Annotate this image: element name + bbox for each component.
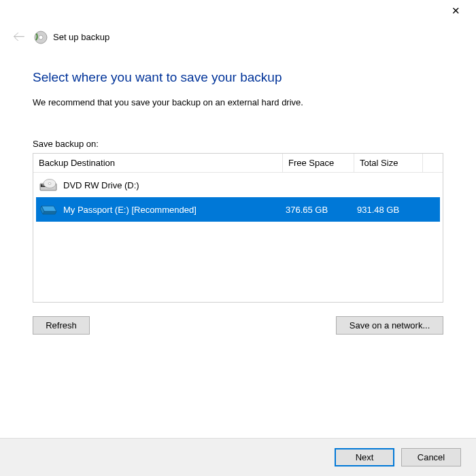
table-row[interactable]: DVD DVD RW Drive (D:) <box>33 173 443 197</box>
external-drive-icon <box>39 203 58 216</box>
next-button[interactable]: Next <box>335 448 394 466</box>
back-arrow-icon[interactable]: 🡠 <box>11 30 27 44</box>
drive-table: Backup Destination Free Space Total Size… <box>33 153 443 303</box>
page-heading: Select where you want to save your backu… <box>33 70 443 85</box>
table-header: Backup Destination Free Space Total Size <box>33 154 443 173</box>
svg-point-6 <box>48 183 51 185</box>
table-row[interactable]: My Passport (E:) [Recommended] 376.65 GB… <box>36 197 440 222</box>
recommendation-text: We recommend that you save your backup o… <box>33 97 443 107</box>
close-icon[interactable]: ✕ <box>445 4 466 20</box>
content-area: Select where you want to save your backu… <box>0 52 476 438</box>
backup-icon <box>34 31 48 44</box>
table-button-row: Refresh Save on a network... <box>33 316 443 335</box>
titlebar: ✕ <box>0 0 476 30</box>
wizard-window: ✕ 🡠 Set up backup Select where you want … <box>0 0 476 476</box>
col-header-total-size[interactable]: Total Size <box>354 154 422 172</box>
svg-point-1 <box>39 35 43 39</box>
window-title: Set up backup <box>53 32 109 42</box>
wizard-footer: Next Cancel <box>0 438 476 476</box>
col-header-destination[interactable]: Backup Destination <box>33 154 283 172</box>
col-header-free-space[interactable]: Free Space <box>283 154 354 172</box>
header-row: 🡠 Set up backup <box>0 30 476 52</box>
dvd-drive-icon: DVD <box>39 178 58 192</box>
drive-free-space: 376.65 GB <box>280 205 352 215</box>
window-title-group: Set up backup <box>34 31 109 44</box>
col-header-tail <box>422 154 443 172</box>
table-label: Save backup on: <box>33 139 443 149</box>
drive-name: DVD RW Drive (D:) <box>63 180 139 190</box>
cancel-button[interactable]: Cancel <box>401 448 461 466</box>
drive-total-size: 931.48 GB <box>352 205 420 215</box>
save-on-network-button[interactable]: Save on a network... <box>336 316 443 335</box>
refresh-button[interactable]: Refresh <box>33 316 90 335</box>
drive-name: My Passport (E:) [Recommended] <box>63 205 197 215</box>
